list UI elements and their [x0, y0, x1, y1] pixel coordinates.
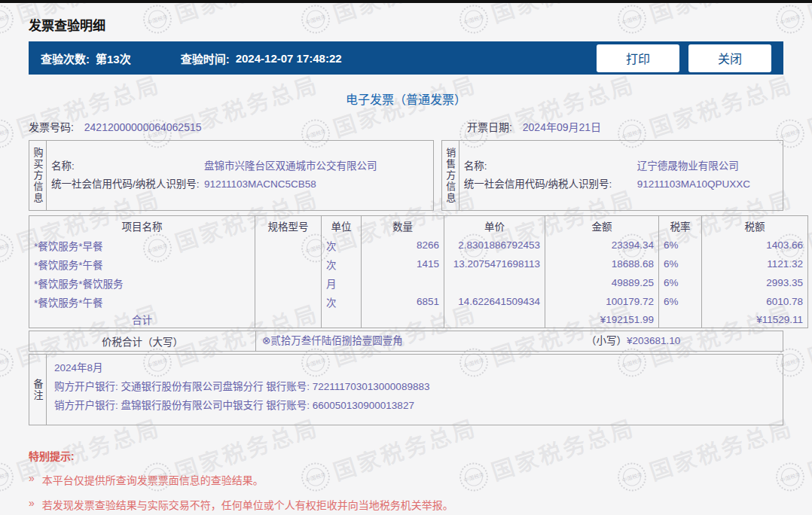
buyer-info-body: 名称: 盘锦市兴隆台区双通城市公交有限公司 统一社会信用代码/纳税人识别号: 9… [47, 141, 433, 210]
seller-taxid-row: 统一社会信用代码/纳税人识别号: 91211103MA10QPUXXC [464, 175, 783, 194]
item-tax: 2993.35 [702, 273, 808, 292]
notice-bullet-icon: » [29, 472, 35, 487]
item-amount: 49889.25 [545, 273, 659, 292]
header-tax: 税额 [702, 216, 808, 236]
header-price: 单价 [444, 216, 545, 236]
total-spec-empty [255, 311, 322, 328]
buyer-name-label: 名称: [51, 157, 204, 175]
buyer-taxid-label: 统一社会信用代码/纳税人识别号: [51, 175, 204, 194]
seller-panel-label: 销售方信息 [442, 141, 459, 210]
invoice-items-table: 项目名称 规格型号 单位 数量 单价 金额 税率 税额 *餐饮服务*早餐 次 8… [29, 215, 808, 328]
remark-line: 购方开户银行: 交通银行股份有限公司盘锦分行 银行账号: 72211170301… [54, 377, 775, 396]
item-unit: 次 [322, 292, 362, 311]
check-count-value: 第13次 [96, 50, 131, 66]
header-tax-rate: 税率 [659, 216, 702, 236]
invoice-check-page: 发票查验明细 查验次数: 第13次 查验时间: 2024-12-07 17:48… [0, 3, 812, 515]
seller-name-row: 名称: 辽宁德晟物业有限公司 [464, 157, 783, 175]
buyer-name-value: 盘锦市兴隆台区双通城市公交有限公司 [204, 157, 377, 175]
items-header-row: 项目名称 规格型号 单位 数量 单价 金额 税率 税额 [29, 216, 808, 236]
notice-item-text: 若发现发票查验结果与实际交易不符，任何单位或个人有权拒收并向当地税务机关举报。 [42, 497, 453, 512]
item-tax: 6010.78 [702, 292, 808, 311]
special-notice-title: 特别提示: [29, 448, 783, 463]
total-label: 合计 [29, 311, 255, 328]
item-tax-rate: 6% [659, 273, 702, 292]
header-spec: 规格型号 [255, 216, 322, 236]
item-spec [255, 273, 322, 292]
header-qty: 数量 [362, 216, 444, 236]
buyer-panel-label: 购买方信息 [29, 141, 47, 210]
item-spec [255, 254, 322, 273]
seller-taxid-value: 91211103MA10QPUXXC [637, 175, 750, 194]
page-title: 发票查验明细 [29, 15, 783, 34]
remarks-box: 备注 2024年8月 购方开户银行: 交通银行股份有限公司盘锦分行 银行账号: … [29, 354, 783, 425]
item-qty [362, 273, 444, 292]
buyer-name-row: 名称: 盘锦市兴隆台区双通城市公交有限公司 [51, 157, 433, 175]
seller-info-box: 销售方信息 名称: 辽宁德晟物业有限公司 统一社会信用代码/纳税人识别号: 91… [441, 140, 783, 211]
item-tax-rate: 6% [659, 292, 702, 311]
table-row: *餐饮服务*餐饮服务 月 49889.25 6% 2993.35 [29, 273, 808, 292]
close-button[interactable]: 关闭 [688, 44, 771, 72]
notice-bullet-icon: » [29, 497, 35, 512]
total-amount: ¥192151.99 [545, 311, 659, 328]
remark-line: 2024年8月 [54, 358, 775, 377]
special-notice: 特别提示: » 本平台仅提供所查询发票票面信息的查验结果。 » 若发现发票查验结… [29, 448, 783, 512]
top-border-bar [0, 0, 812, 3]
grand-total-small-value: ¥203681.10 [627, 331, 680, 351]
remarks-panel-label: 备注 [29, 355, 47, 425]
invoice-number-row: 发票号码: 24212000000064062515 开票日期: 2024年09… [29, 119, 783, 136]
item-tax-rate: 6% [659, 236, 702, 254]
item-qty: 1415 [362, 254, 444, 273]
invoice-date-group: 开票日期: 2024年09月21日 [467, 119, 601, 134]
total-unit-empty [322, 311, 362, 328]
item-unit: 次 [322, 236, 362, 254]
table-row: *餐饮服务*午餐 次 1415 13.2075471698113 18688.6… [29, 254, 808, 273]
total-rate-empty [659, 311, 702, 328]
grand-total-small-label: （小写） [586, 331, 627, 351]
notice-item: » 本平台仅提供所查询发票票面信息的查验结果。 [29, 472, 783, 487]
item-name: *餐饮服务*早餐 [29, 236, 255, 254]
notice-item-text: 本平台仅提供所查询发票票面信息的查验结果。 [42, 472, 264, 487]
check-time-label: 查验时间: [181, 50, 230, 66]
item-spec [255, 236, 322, 254]
item-tax: 1403.66 [702, 236, 808, 254]
grand-total-row: 价税合计（大写） ⊗贰拾万叁仟陆佰捌拾壹圆壹角 （小写） ¥203681.10 [29, 331, 783, 352]
invoice-date-label: 开票日期: [467, 121, 512, 133]
item-spec [255, 292, 322, 311]
buyer-taxid-row: 统一社会信用代码/纳税人识别号: 91211103MACNC5CB58 [51, 175, 433, 194]
invoice-type-title: 电子发票（普通发票） [29, 90, 783, 108]
item-unit: 次 [322, 254, 362, 273]
buyer-taxid-value: 91211103MACNC5CB58 [204, 175, 316, 194]
invoice-number-value: 24212000000064062515 [84, 121, 202, 133]
table-row: *餐饮服务*早餐 次 8266 2.8301886792453 23394.34… [29, 236, 808, 254]
item-qty: 6851 [362, 292, 444, 311]
items-total-row: 合计 ¥192151.99 ¥11529.11 [29, 311, 808, 328]
item-name: *餐饮服务*午餐 [29, 292, 255, 311]
buyer-info-box: 购买方信息 名称: 盘锦市兴隆台区双通城市公交有限公司 统一社会信用代码/纳税人… [29, 140, 434, 211]
seller-name-value: 辽宁德晟物业有限公司 [637, 157, 739, 175]
total-price-empty [444, 311, 545, 328]
item-amount: 18688.68 [545, 254, 659, 273]
party-info-row: 购买方信息 名称: 盘锦市兴隆台区双通城市公交有限公司 统一社会信用代码/纳税人… [29, 140, 783, 211]
invoice-date-value: 2024年09月21日 [523, 121, 601, 133]
check-time-value: 2024-12-07 17:48:22 [236, 52, 342, 65]
remarks-body: 2024年8月 购方开户银行: 交通银行股份有限公司盘锦分行 银行账号: 722… [47, 355, 783, 425]
item-price: 2.8301886792453 [444, 236, 545, 254]
item-name: *餐饮服务*餐饮服务 [29, 273, 255, 292]
check-count-label: 查验次数: [41, 50, 90, 66]
grand-total-words: ⊗贰拾万叁仟陆佰捌拾壹圆壹角 [262, 331, 403, 351]
item-price: 13.2075471698113 [444, 254, 545, 273]
item-unit: 月 [322, 273, 362, 292]
header-item-name: 项目名称 [29, 216, 255, 236]
check-count-group: 查验次数: 第13次 [41, 50, 131, 66]
print-button[interactable]: 打印 [597, 44, 679, 72]
invoice-number-label: 发票号码: [29, 121, 74, 133]
seller-info-body: 名称: 辽宁德晟物业有限公司 统一社会信用代码/纳税人识别号: 91211103… [459, 141, 783, 210]
remark-line: 销方开户银行: 盘锦银行股份有限公司中银支行 银行账号: 66005013090… [54, 396, 775, 415]
seller-name-label: 名称: [464, 157, 637, 175]
grand-total-body: ⊗贰拾万叁仟陆佰捌拾壹圆壹角 （小写） ¥203681.10 [256, 331, 783, 351]
table-row: *餐饮服务*午餐 次 6851 14.622641509434 100179.7… [29, 292, 808, 311]
item-price: 14.622641509434 [444, 292, 545, 311]
item-amount: 23394.34 [545, 236, 659, 254]
header-unit: 单位 [322, 216, 362, 236]
check-time-group: 查验时间: 2024-12-07 17:48:22 [181, 50, 342, 66]
